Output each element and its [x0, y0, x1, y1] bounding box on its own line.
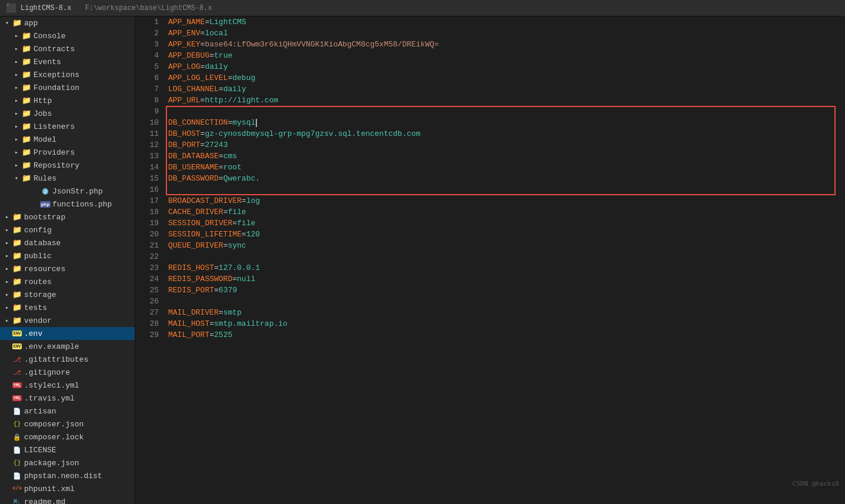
sidebar-item-storage[interactable]: ▸📁storage [0, 288, 135, 301]
sidebar-item-phpstan[interactable]: 📄phpstan.neon.dist [0, 469, 135, 482]
line-eq-23: = [214, 263, 219, 272]
sidebar-label-license: LICENSE [24, 446, 56, 455]
file-explorer-sidebar[interactable]: ▾📁app▸📁Console▸📁Contracts▸📁Events▸📁Excep… [0, 16, 135, 504]
sidebar-label-console: Console [34, 32, 66, 41]
xml-icon-phpunit: </> [12, 485, 22, 493]
line-val-19: file [237, 219, 255, 228]
sidebar-item-license[interactable]: 📄LICENSE [0, 443, 135, 456]
sidebar-item-http[interactable]: ▸📁Http [0, 94, 135, 107]
sidebar-item-exceptions[interactable]: ▸📁Exceptions [0, 68, 135, 81]
line-eq-4: = [209, 51, 214, 60]
tree-arrow-contracts: ▸ [12, 45, 21, 52]
sidebar-item-app[interactable]: ▾📁app [0, 16, 135, 29]
yaml-icon-travis: YML [12, 394, 22, 402]
sidebar-item-travis[interactable]: YML.travis.yml [0, 392, 135, 405]
tree-arrow-routes: ▸ [2, 278, 12, 285]
line-number-27: 27 [140, 307, 159, 318]
line-val-8: http://light.com [205, 96, 278, 105]
line-val-6: debug [232, 74, 255, 82]
sidebar-item-composer-json[interactable]: {}composer.json [0, 418, 135, 430]
sidebar-item-vendor[interactable]: ▸📁vendor [0, 314, 135, 327]
sidebar-item-resources[interactable]: ▸📁resources [0, 262, 135, 275]
sidebar-item-providers[interactable]: ▸📁Providers [0, 146, 135, 159]
sidebar-item-readme[interactable]: M↓readme.md [0, 495, 135, 504]
sidebar-item-phpunit[interactable]: </>phpunit.xml [0, 482, 135, 495]
line-val-11: gz-cynosdbmysql-grp-mpg7gzsv.sql.tencent… [205, 129, 420, 138]
sidebar-item-gitattributes[interactable]: ⎇.gitattributes [0, 353, 135, 366]
code-container[interactable]: 1234567891011121314151617181920212223242… [135, 16, 845, 504]
folder-icon-exceptions: 📁 [21, 71, 32, 79]
sidebar-label-phpstan: phpstan.neon.dist [24, 472, 102, 480]
sidebar-item-routes[interactable]: ▸📁routes [0, 275, 135, 288]
folder-icon-resources: 📁 [12, 265, 22, 273]
sidebar-item-bootstrap[interactable]: ▸📁bootstrap [0, 211, 135, 223]
main-layout: ▾📁app▸📁Console▸📁Contracts▸📁Events▸📁Excep… [0, 16, 845, 504]
code-line-27: MAIL_DRIVER=smtp [166, 307, 845, 318]
sidebar-label-tests: tests [24, 303, 47, 312]
sidebar-item-console[interactable]: ▸📁Console [0, 29, 135, 42]
code-line-29: MAIL_PORT=2525 [166, 329, 845, 341]
sidebar-item-artisan[interactable]: 📄artisan [0, 405, 135, 418]
sidebar-item-config[interactable]: ▸📁config [0, 223, 135, 236]
tree-arrow-public: ▸ [2, 252, 12, 259]
sidebar-item-public[interactable]: ▸📁public [0, 249, 135, 262]
sidebar-item-listeners[interactable]: ▸📁Listeners [0, 120, 135, 133]
line-key-6: APP_LOG_LEVEL [168, 74, 228, 82]
code-line-13: DB_DATABASE=cms [166, 151, 845, 162]
line-key-18: CACHE_DRIVER [168, 208, 223, 216]
php-icon-functions: php [40, 200, 51, 208]
line-key-8: APP_URL [168, 96, 201, 105]
sidebar-label-artisan: artisan [24, 407, 56, 416]
code-line-19: SESSION_DRIVER=file [166, 218, 845, 229]
sidebar-item-composer-lock[interactable]: 🔒composer.lock [0, 430, 135, 443]
line-val-13: cms [223, 152, 237, 161]
line-key-28: MAIL_HOST [168, 319, 209, 328]
sidebar-item-env-example[interactable]: ENV.env.example [0, 340, 135, 353]
sidebar-label-listeners: Listeners [34, 122, 75, 131]
folder-icon-jobs: 📁 [21, 109, 32, 118]
sidebar-item-tests[interactable]: ▸📁tests [0, 301, 135, 314]
sidebar-label-routes: routes [24, 278, 52, 286]
sidebar-item-foundation[interactable]: ▸📁Foundation [0, 81, 135, 94]
line-number-9: 9 [140, 106, 159, 117]
line-key-10: DB_CONNECTION [168, 118, 228, 127]
sidebar-item-package-json[interactable]: {}package.json [0, 456, 135, 469]
line-eq-15: = [219, 174, 223, 183]
line-number-18: 18 [140, 206, 159, 218]
sidebar-label-repository: Repository [34, 161, 79, 170]
line-number-15: 15 [140, 173, 159, 184]
sidebar-label-rules: Rules [34, 174, 56, 183]
sidebar-item-styleci[interactable]: YML.styleci.yml [0, 379, 135, 392]
sidebar-label-env-example: .env.example [24, 342, 79, 351]
sidebar-label-resources: resources [24, 265, 65, 273]
tree-arrow-console: ▸ [12, 32, 21, 39]
sidebar-item-env[interactable]: ENV.env [0, 327, 135, 340]
line-numbers: 1234567891011121314151617181920212223242… [135, 16, 166, 504]
sidebar-item-jobs[interactable]: ▸📁Jobs [0, 107, 135, 120]
sidebar-label-gitattributes: .gitattributes [24, 355, 88, 364]
line-number-4: 4 [140, 50, 159, 61]
sidebar-item-events[interactable]: ▸📁Events [0, 55, 135, 68]
line-number-20: 20 [140, 229, 159, 240]
line-key-1: APP_NAME [168, 18, 205, 26]
app-title: LightCMS-8.x [21, 4, 71, 12]
sidebar-item-functions[interactable]: phpfunctions.php [0, 198, 135, 211]
line-val-10: mysql [232, 118, 257, 127]
sidebar-item-jsonstr[interactable]: JJsonStr.php [0, 185, 135, 198]
sidebar-item-repository[interactable]: ▸📁Repository [0, 159, 135, 172]
sidebar-label-providers: Providers [34, 148, 75, 157]
code-line-17: BROADCAST_DRIVER=log [166, 195, 845, 206]
line-key-15: DB_PASSWORD [168, 174, 219, 183]
code-lines[interactable]: APP_NAME=LightCMSAPP_ENV=localAPP_KEY=ba… [166, 16, 845, 504]
sidebar-item-database[interactable]: ▸📁database [0, 236, 135, 249]
sidebar-item-model[interactable]: ▸📁Model [0, 133, 135, 146]
sidebar-item-gitignore[interactable]: ⎇.gitignore [0, 366, 135, 379]
folder-icon-console: 📁 [21, 32, 32, 40]
tree-arrow-http: ▸ [12, 97, 21, 104]
sidebar-label-phpunit: phpunit.xml [24, 485, 75, 493]
line-val-2: local [205, 29, 228, 38]
sidebar-item-rules[interactable]: ▾📁Rules [0, 172, 135, 185]
sidebar-item-contracts[interactable]: ▸📁Contracts [0, 42, 135, 55]
folder-icon-tests: 📁 [12, 303, 22, 312]
line-val-24: null [237, 275, 255, 283]
